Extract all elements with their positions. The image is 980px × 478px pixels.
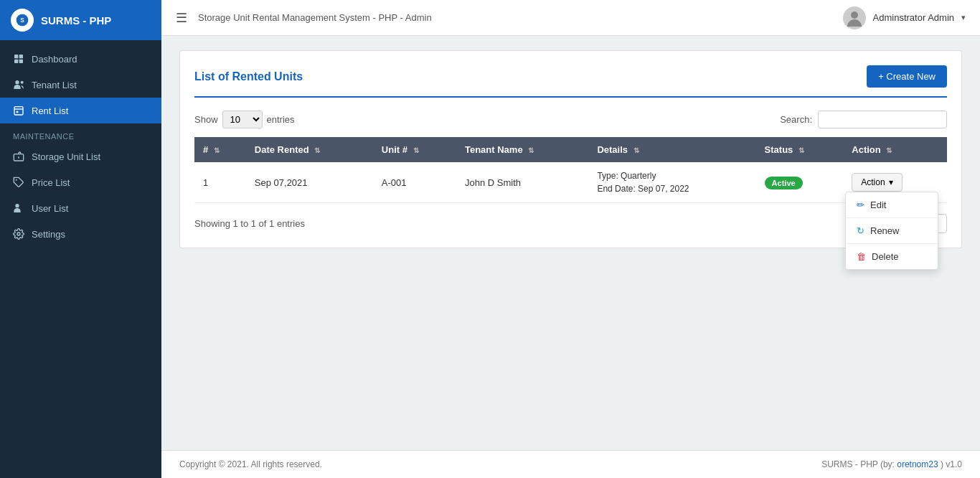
cell-date: Sep 07,2021 (246, 162, 373, 203)
sidebar-item-label: Price List (32, 177, 70, 188)
admin-caret-icon[interactable]: ▾ (961, 13, 966, 22)
main-content: ☰ Storage Unit Rental Management System … (161, 0, 980, 478)
storage-icon (13, 151, 24, 162)
cell-unit: A-001 (373, 162, 456, 203)
topbar-right: Adminstrator Admin ▾ (843, 6, 966, 29)
create-new-button[interactable]: + Create New (867, 65, 947, 88)
col-action: Action ⇅ (843, 137, 947, 162)
settings-icon (13, 228, 24, 240)
rent-list-card: List of Rented Units + Create New Show 1… (179, 50, 962, 248)
svg-point-6 (15, 80, 19, 84)
edit-item[interactable]: ✏ Edit (846, 192, 938, 217)
footer: Copyright © 2021. All rights reserved. S… (161, 450, 980, 478)
entries-label: entries (267, 114, 295, 125)
logo-text: SURMS - PHP (41, 14, 111, 27)
rent-icon (13, 105, 24, 116)
table-row: 1 Sep 07,2021 A-001 John D Smith Type: Q… (194, 162, 947, 203)
cell-num: 1 (194, 162, 246, 203)
sidebar-logo: S SURMS - PHP (0, 0, 161, 40)
sidebar-item-settings[interactable]: Settings (0, 221, 161, 247)
action-caret-icon: ▾ (889, 177, 893, 187)
sidebar-item-dashboard[interactable]: Dashboard (0, 46, 161, 72)
svg-rect-4 (14, 60, 18, 63)
sidebar-item-label: Settings (32, 229, 65, 240)
sidebar: S SURMS - PHP Dashboard Tenant List Rent… (0, 0, 161, 478)
col-tenant: Tenant Name ⇅ (456, 137, 588, 162)
topbar-left: ☰ Storage Unit Rental Management System … (176, 10, 432, 26)
entries-select[interactable]: 10 25 50 100 (222, 111, 263, 128)
footer-credit: SURMS - PHP (by: oretnom23 ) v1.0 (821, 459, 962, 469)
col-unit: Unit # ⇅ (373, 137, 456, 162)
topbar-title: Storage Unit Rental Management System - … (198, 12, 432, 23)
sidebar-item-price-list[interactable]: Price List (0, 169, 161, 195)
footer-copyright: Copyright © 2021. All rights reserved. (179, 459, 322, 469)
show-entries: Show 10 25 50 100 entries (194, 111, 295, 128)
sidebar-item-rent-list[interactable]: Rent List (0, 98, 161, 123)
search-box: Search: (780, 111, 947, 128)
rent-table: # ⇅ Date Rented ⇅ Unit # ⇅ Tenant Name ⇅… (194, 137, 947, 203)
svg-point-15 (851, 11, 858, 19)
cell-details: Type: Quarterly End Date: Sep 07, 2022 (588, 162, 755, 203)
table-controls: Show 10 25 50 100 entries Search: (194, 111, 947, 128)
sidebar-item-storage-unit-list[interactable]: Storage Unit List (0, 144, 161, 169)
details-type: Type: Quarterly (597, 171, 656, 181)
page-title: List of Rented Units (194, 70, 303, 83)
tenants-icon (13, 79, 24, 90)
details-end: End Date: Sep 07, 2022 (597, 184, 689, 194)
edit-label: Edit (870, 200, 886, 210)
action-dropdown: ✏ Edit ↻ Renew (845, 192, 938, 270)
status-badge: Active (765, 177, 803, 189)
svg-point-14 (17, 233, 20, 235)
svg-rect-8 (14, 107, 23, 115)
svg-rect-2 (14, 55, 18, 58)
maintenance-label: Maintenance (0, 123, 161, 144)
svg-rect-5 (19, 60, 23, 63)
hamburger-icon[interactable]: ☰ (176, 10, 187, 26)
table-header-row: # ⇅ Date Rented ⇅ Unit # ⇅ Tenant Name ⇅… (194, 137, 947, 162)
show-label: Show (194, 114, 218, 125)
search-label: Search: (780, 114, 812, 125)
action-btn-wrap: Action ▾ ✏ Edit (852, 173, 938, 192)
footer-credit-text: SURMS - PHP (by: (821, 459, 897, 469)
renew-label: Renew (870, 225, 899, 236)
pagination-info: Showing 1 to 1 of 1 entries (194, 218, 305, 229)
renew-icon: ↻ (857, 225, 864, 236)
sidebar-item-user-list[interactable]: User List (0, 195, 161, 221)
sidebar-item-label: Rent List (32, 106, 68, 116)
renew-item[interactable]: ↻ Renew (846, 218, 938, 243)
cell-tenant: John D Smith (456, 162, 588, 203)
cell-action: Action ▾ ✏ Edit (843, 162, 947, 203)
sidebar-nav: Dashboard Tenant List Rent List Maintena… (0, 40, 161, 478)
users-icon (13, 202, 24, 214)
action-label: Action (861, 177, 885, 187)
delete-item[interactable]: 🗑 Delete (846, 244, 938, 269)
delete-label: Delete (872, 251, 899, 262)
edit-icon: ✏ (857, 200, 864, 210)
col-details: Details ⇅ (588, 137, 755, 162)
sidebar-item-tenant-list[interactable]: Tenant List (0, 72, 161, 98)
action-button[interactable]: Action ▾ (852, 173, 902, 192)
svg-rect-9 (17, 111, 19, 113)
sidebar-item-label: Tenant List (32, 80, 77, 90)
sidebar-item-label: User List (32, 203, 68, 214)
pagination-area: Showing 1 to 1 of 1 entries Previo... (194, 214, 947, 233)
logo-icon: S (11, 9, 34, 32)
delete-icon: 🗑 (857, 251, 866, 262)
sidebar-item-label: Dashboard (32, 54, 77, 65)
search-input[interactable] (818, 111, 947, 128)
price-icon (13, 177, 24, 188)
col-status: Status ⇅ (756, 137, 844, 162)
admin-name[interactable]: Adminstrator Admin (873, 12, 954, 23)
footer-credit-suffix: ) v1.0 (938, 459, 962, 469)
svg-rect-3 (19, 55, 23, 58)
svg-point-13 (15, 204, 19, 207)
cell-status: Active (756, 162, 844, 203)
footer-credit-link[interactable]: oretnom23 (897, 459, 938, 469)
col-date: Date Rented ⇅ (246, 137, 373, 162)
avatar (843, 6, 866, 29)
card-header: List of Rented Units + Create New (194, 65, 947, 98)
dashboard-icon (13, 53, 24, 65)
col-num: # ⇅ (194, 137, 246, 162)
sidebar-item-label: Storage Unit List (32, 151, 100, 162)
svg-point-7 (21, 81, 24, 84)
